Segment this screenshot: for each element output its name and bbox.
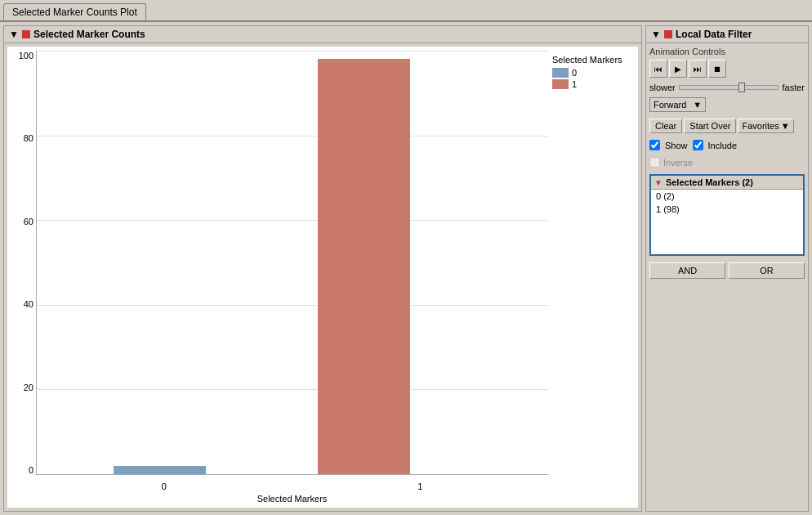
- inverse-row: Inverse: [649, 157, 805, 168]
- chart-panel-header: ▼ Selected Marker Counts: [4, 26, 641, 43]
- checkbox-row: Show Include: [649, 140, 805, 150]
- anim-forward-button[interactable]: ⏭: [689, 60, 707, 78]
- right-panel: ▼ Local Data Filter Animation Controls ⏮…: [645, 25, 809, 512]
- include-label: Include: [708, 141, 737, 150]
- filter-panel-title: Local Data Filter: [676, 29, 752, 40]
- favorites-arrow-icon: ▼: [781, 121, 790, 131]
- y-label-40: 40: [24, 299, 33, 309]
- speed-slower-label: slower: [649, 83, 676, 92]
- show-checkbox[interactable]: [649, 140, 660, 150]
- filter-panel-header: ▼ Local Data Filter: [646, 26, 808, 43]
- tab-bar: Selected Marker Counts Plot: [0, 0, 812, 22]
- filter-list-item-0[interactable]: 0 (2): [651, 190, 803, 203]
- inverse-checkbox[interactable]: [649, 157, 660, 168]
- legend-item-0: 0: [552, 68, 630, 78]
- legend-title: Selected Markers: [552, 55, 630, 65]
- chart-panel-title: Selected Marker Counts: [33, 29, 145, 40]
- include-checkbox[interactable]: [693, 140, 703, 150]
- main-content: ▼ Selected Marker Counts 100 80 60 40 20…: [0, 22, 812, 515]
- anim-stop-button[interactable]: ⏹: [708, 60, 726, 78]
- chart-panel: ▼ Selected Marker Counts 100 80 60 40 20…: [3, 25, 642, 512]
- filter-list-container: ▼ Selected Markers (2) 0 (2) 1 (98): [649, 174, 805, 256]
- direction-dropdown[interactable]: Forward ▼: [649, 97, 706, 112]
- filter-panel-color-icon: [664, 30, 672, 38]
- x-axis-title: Selected Markers: [36, 493, 548, 504]
- speed-thumb[interactable]: [738, 83, 745, 92]
- x-axis-labels: 0 1: [36, 481, 548, 491]
- speed-row: slower faster: [649, 83, 805, 92]
- filter-content: Animation Controls ⏮ ▶ ⏭ ⏹ slower faster: [646, 43, 808, 282]
- clear-button[interactable]: Clear: [649, 119, 682, 133]
- direction-dropdown-label: Forward: [654, 100, 686, 110]
- filter-list-icon: ▼: [654, 178, 663, 187]
- action-buttons: Clear Start Over Favorites ▼: [649, 119, 805, 133]
- x-label-1: 1: [417, 481, 422, 491]
- y-label-60: 60: [24, 217, 33, 226]
- speed-faster-label: faster: [782, 83, 805, 92]
- show-label: Show: [665, 141, 688, 150]
- legend-color-1: [552, 79, 569, 89]
- favorites-button[interactable]: Favorites ▼: [738, 119, 793, 133]
- main-window: Selected Marker Counts Plot ▼ Selected M…: [0, 0, 812, 515]
- bottom-buttons: AND OR: [649, 262, 805, 279]
- legend-label-1: 1: [572, 79, 577, 89]
- bar-0: [114, 466, 206, 474]
- anim-rewind-button[interactable]: ⏮: [649, 60, 667, 78]
- animation-buttons: ⏮ ▶ ⏭ ⏹: [649, 60, 805, 78]
- filter-list-header: ▼ Selected Markers (2): [651, 176, 803, 190]
- legend-label-0: 0: [572, 68, 577, 78]
- filter-collapse-arrow-icon[interactable]: ▼: [651, 29, 661, 39]
- legend-color-0: [552, 68, 569, 78]
- tab-selected-marker-counts[interactable]: Selected Marker Counts Plot: [3, 3, 146, 20]
- panel-color-icon: [22, 30, 30, 38]
- plot-area: [36, 51, 548, 475]
- filter-list-item-1[interactable]: 1 (98): [651, 203, 803, 216]
- animation-controls-label: Animation Controls: [649, 47, 805, 56]
- speed-slider[interactable]: [679, 85, 779, 90]
- start-over-button[interactable]: Start Over: [684, 119, 736, 133]
- y-label-0: 0: [29, 465, 33, 475]
- and-button[interactable]: AND: [649, 262, 725, 279]
- y-label-100: 100: [19, 51, 33, 60]
- or-button[interactable]: OR: [729, 262, 805, 279]
- chart-legend: Selected Markers 0 1: [552, 55, 630, 89]
- favorites-label: Favorites: [742, 121, 779, 131]
- y-label-80: 80: [24, 133, 33, 143]
- bar-1: [318, 59, 410, 474]
- y-label-20: 20: [24, 383, 33, 392]
- anim-play-button[interactable]: ▶: [669, 60, 687, 78]
- dropdown-arrow-icon: ▼: [693, 100, 702, 110]
- inverse-label: Inverse: [663, 158, 693, 168]
- collapse-arrow-icon[interactable]: ▼: [9, 29, 19, 39]
- filter-list-title: Selected Markers (2): [666, 177, 753, 187]
- legend-item-1: 1: [552, 79, 630, 89]
- x-label-0: 0: [162, 481, 167, 491]
- direction-dropdown-row: Forward ▼: [649, 97, 805, 112]
